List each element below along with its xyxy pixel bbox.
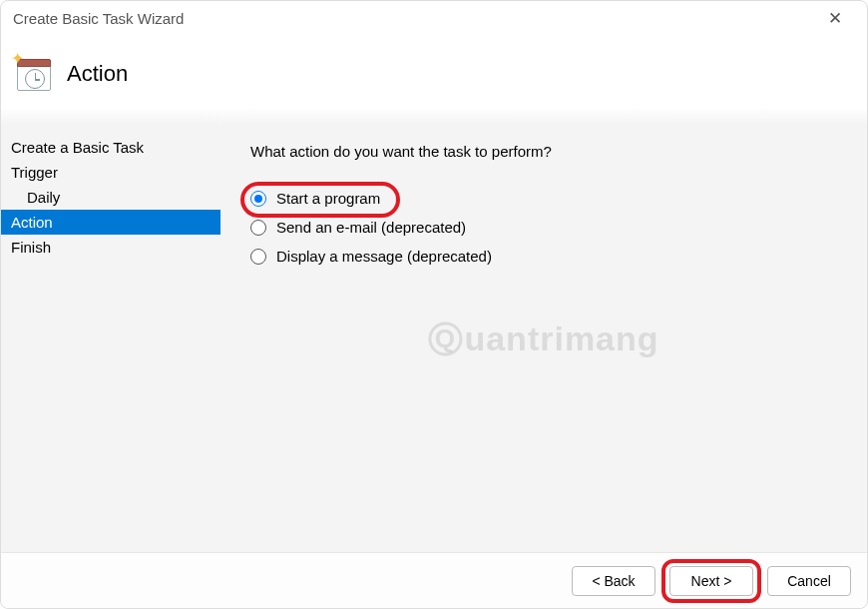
window-title: Create Basic Task Wizard	[13, 10, 815, 27]
sidebar-item-finish[interactable]: Finish	[1, 235, 220, 260]
close-icon[interactable]: ✕	[815, 8, 855, 29]
watermark: Quantrimang	[428, 319, 658, 358]
option-label: Display a message (deprecated)	[276, 248, 492, 265]
wizard-steps-sidebar: Create a Basic Task Trigger Daily Action…	[1, 125, 220, 552]
titlebar: Create Basic Task Wizard ✕	[1, 1, 867, 35]
sidebar-item-create-basic-task[interactable]: Create a Basic Task	[1, 135, 220, 160]
sidebar-item-action[interactable]: Action	[1, 210, 220, 235]
option-display-message[interactable]: Display a message (deprecated)	[250, 248, 837, 265]
radio-start-a-program[interactable]	[250, 191, 266, 207]
wizard-footer: < Back Next > Cancel	[1, 552, 867, 608]
cancel-button[interactable]: Cancel	[767, 566, 851, 596]
back-button[interactable]: < Back	[572, 566, 655, 596]
wizard-body: Create a Basic Task Trigger Daily Action…	[1, 125, 867, 552]
page-title: Action	[67, 61, 128, 87]
next-button[interactable]: Next >	[669, 566, 753, 596]
wizard-main: What action do you want the task to perf…	[220, 125, 867, 552]
radio-display-message[interactable]	[250, 249, 266, 265]
option-label: Start a program	[276, 190, 380, 207]
radio-send-email[interactable]	[250, 220, 266, 236]
sidebar-item-trigger[interactable]: Trigger	[1, 160, 220, 185]
wizard-header: Action	[1, 35, 867, 125]
action-prompt: What action do you want the task to perf…	[250, 143, 837, 160]
option-send-email[interactable]: Send an e-mail (deprecated)	[250, 219, 837, 236]
option-start-a-program[interactable]: Start a program	[250, 190, 837, 207]
sidebar-item-daily[interactable]: Daily	[1, 185, 220, 210]
task-scheduler-icon	[13, 53, 53, 93]
option-label: Send an e-mail (deprecated)	[276, 219, 466, 236]
wizard-window: Create Basic Task Wizard ✕ Action Create…	[0, 0, 868, 609]
